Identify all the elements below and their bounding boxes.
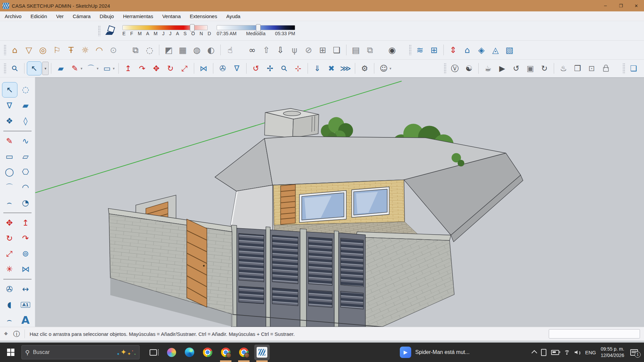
- hidden-icons-chevron[interactable]: [532, 350, 537, 356]
- checker-sphere-icon[interactable]: ◍: [190, 43, 204, 57]
- mesh-light-icon[interactable]: ⊙: [106, 43, 120, 57]
- chrome-button[interactable]: [200, 345, 215, 360]
- add-detail-icon[interactable]: ◬: [488, 43, 502, 57]
- date-slider-handle[interactable]: [190, 24, 195, 32]
- drape-icon[interactable]: ◈: [474, 43, 488, 57]
- clock[interactable]: 09:55 p. m. 12/04/2026: [601, 346, 624, 359]
- geolocation-icon[interactable]: ⌖: [4, 329, 8, 339]
- rotate-icon[interactable]: ↻: [163, 62, 177, 75]
- palette-dimensions-icon[interactable]: ↔: [18, 282, 33, 297]
- chrome-profile2-button[interactable]: [236, 345, 252, 360]
- search-tool-icon[interactable]: ⚲: [8, 62, 22, 75]
- vray-render-last-icon[interactable]: ▶: [495, 62, 509, 75]
- task-view-button[interactable]: [146, 345, 161, 360]
- vray-asset-editor-icon[interactable]: ☯: [462, 62, 476, 75]
- palette-pie-icon[interactable]: ◔: [18, 195, 33, 210]
- checker-plane-icon[interactable]: ◩: [162, 43, 176, 57]
- vray-lock-icon[interactable]: [599, 62, 613, 75]
- palette-select-icon[interactable]: ↖: [2, 82, 17, 98]
- media-widget[interactable]: ▶ Spider-Man está mut...: [400, 347, 470, 358]
- select-dropdown[interactable]: ▾: [42, 62, 49, 75]
- palette-text-icon[interactable]: A1: [18, 297, 33, 312]
- palette-components-icon[interactable]: ❖: [2, 114, 17, 128]
- palette-circle-icon[interactable]: ◯: [2, 165, 17, 179]
- arc-dropdown[interactable]: ▾: [95, 62, 100, 75]
- window-grid-icon[interactable]: ⊞: [316, 43, 330, 57]
- vray-batch-render-icon[interactable]: ↻: [537, 62, 551, 75]
- dome-light-icon[interactable]: ◠: [92, 43, 106, 57]
- tape-measure-icon[interactable]: ✇: [216, 62, 230, 75]
- paint-bucket-icon[interactable]: ∇: [230, 62, 244, 75]
- smoove-icon[interactable]: ⇕: [446, 43, 460, 57]
- vray-viewport-teapot-icon[interactable]: ⊡: [585, 62, 599, 75]
- push-pull-icon[interactable]: ↥: [121, 62, 135, 75]
- measurements-box[interactable]: [549, 329, 640, 339]
- scale-icon[interactable]: ⤢: [177, 62, 192, 75]
- toolbar-grip[interactable]: [98, 25, 100, 36]
- maximize-button[interactable]: ❐: [613, 0, 629, 11]
- grid-panel-icon[interactable]: ▤: [349, 43, 363, 57]
- date-slider-track[interactable]: [122, 25, 208, 30]
- cast-device-icon[interactable]: [541, 349, 546, 356]
- stamp-icon[interactable]: ⌂: [460, 43, 474, 57]
- close-button[interactable]: ✕: [629, 0, 644, 11]
- account-dropdown[interactable]: ▾: [388, 62, 393, 75]
- sandbox-from-scratch-icon[interactable]: ⊞: [427, 43, 441, 57]
- palette-tag-icon[interactable]: ◊: [18, 114, 33, 128]
- orbit-icon[interactable]: ↺: [249, 62, 263, 75]
- palette-follow-me-icon[interactable]: ↷: [18, 231, 33, 246]
- vray-frame-buffer-icon[interactable]: ▣: [523, 62, 537, 75]
- line-dropdown[interactable]: ▾: [79, 62, 84, 75]
- menu-ayuda[interactable]: Ayuda: [226, 13, 240, 19]
- decal-icon[interactable]: ❏: [330, 43, 344, 57]
- half-sphere-icon[interactable]: ◐: [204, 43, 218, 57]
- palette-rotate-icon[interactable]: ↻: [2, 231, 17, 246]
- vray-viewport-render-icon[interactable]: ♨: [556, 62, 571, 75]
- follow-me-icon[interactable]: ↷: [135, 62, 149, 75]
- visibility-icon[interactable]: ◉: [385, 43, 399, 57]
- share-model-icon[interactable]: ✖: [324, 62, 338, 75]
- battery-icon[interactable]: [551, 350, 559, 355]
- palette-angular-dim-icon[interactable]: ⌢: [2, 313, 17, 327]
- move-icon[interactable]: ✥: [149, 62, 163, 75]
- rectangle-dropdown[interactable]: ▾: [111, 62, 116, 75]
- start-button[interactable]: [3, 345, 18, 360]
- palette-paint-icon[interactable]: ∇: [2, 98, 17, 113]
- palette-2pt-arc-icon[interactable]: ◠: [18, 180, 33, 195]
- palette-push-pull-icon[interactable]: ↥: [18, 216, 33, 230]
- plane-swap-icon[interactable]: ⧉: [128, 43, 143, 57]
- pan-icon[interactable]: ✢: [263, 62, 277, 75]
- send-to-layout-icon[interactable]: ⋙: [338, 62, 353, 75]
- edge-button[interactable]: [182, 345, 197, 360]
- menu-archivo[interactable]: Archivo: [5, 13, 21, 19]
- vray-light-gen-icon[interactable]: ⌂: [8, 43, 22, 57]
- flip-edge-icon[interactable]: ▧: [502, 43, 517, 57]
- vray-interactive-icon[interactable]: ↺: [509, 62, 523, 75]
- new-file-icon[interactable]: ❏: [627, 62, 641, 75]
- shadow-toggle-icon[interactable]: [106, 26, 117, 36]
- palette-axes-icon[interactable]: ✳: [2, 262, 17, 277]
- frames-icon[interactable]: ⧉: [363, 43, 377, 57]
- palette-freehand-icon[interactable]: ∿: [18, 134, 33, 148]
- palette-3pt-arc-icon[interactable]: ⌢: [2, 195, 17, 210]
- copilot-button[interactable]: [164, 345, 179, 360]
- cube-select-icon[interactable]: ☝: [223, 43, 237, 57]
- palette-polygon-icon[interactable]: ⎔: [18, 165, 33, 179]
- clipper-table-icon[interactable]: ∞: [245, 43, 259, 57]
- time-slider-track[interactable]: [217, 25, 295, 30]
- menu-edicion[interactable]: Edición: [31, 13, 47, 19]
- textured-cube-icon[interactable]: ▦: [176, 43, 190, 57]
- volume-icon[interactable]: [575, 350, 580, 355]
- palette-tape-measure-icon[interactable]: ✇: [2, 282, 17, 297]
- menu-camara[interactable]: Cámara: [73, 13, 91, 19]
- palette-lasso-icon[interactable]: ◌: [18, 82, 33, 97]
- import-proxy-icon[interactable]: ⇩: [273, 43, 287, 57]
- play-icon[interactable]: ▶: [400, 347, 411, 358]
- chrome-profile1-button[interactable]: [218, 345, 233, 360]
- palette-offset-icon[interactable]: ⊚: [18, 246, 33, 261]
- palette-scale-icon[interactable]: ⤢: [2, 246, 17, 261]
- sandbox-from-contours-icon[interactable]: ≋: [413, 43, 427, 57]
- menu-herramientas[interactable]: Herramientas: [123, 13, 153, 19]
- rectangle-light-icon[interactable]: ▽: [22, 43, 36, 57]
- time-slider-handle[interactable]: [256, 24, 261, 32]
